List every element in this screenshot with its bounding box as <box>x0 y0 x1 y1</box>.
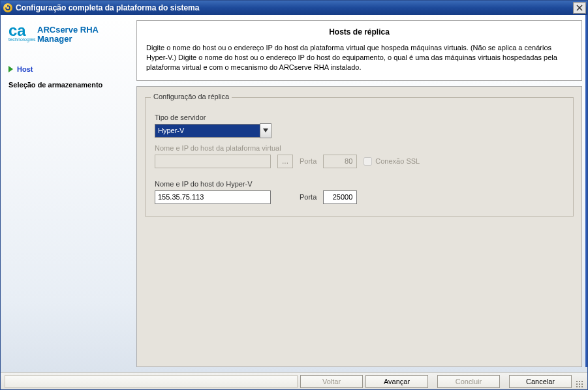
titlebar[interactable]: Configuração completa da plataforma do s… <box>1 1 587 15</box>
server-type-label: Tipo de servidor <box>155 113 564 121</box>
sidebar-item-storage[interactable]: Seleção de armazenamento <box>8 79 130 91</box>
right-edge <box>585 15 587 367</box>
replica-config-fieldset: Configuração da réplica Tipo de servidor… <box>145 97 574 217</box>
cancel-button[interactable]: Cancelar <box>509 375 572 388</box>
server-type-select[interactable]: Hyper-V <box>155 124 271 138</box>
vp-host-browse-button: ... <box>277 155 293 168</box>
vp-port-label: Porta <box>300 157 317 165</box>
brand-line1: ARCserve RHA <box>37 25 99 35</box>
hv-port-label: Porta <box>300 193 317 201</box>
ssl-checkbox-label: Conexão SSL <box>375 157 420 165</box>
body-area: ca technologies ARCserve RHA Manager Hos… <box>1 15 587 372</box>
sidebar-item-host[interactable]: Host <box>8 63 130 75</box>
fieldset-legend: Configuração da réplica <box>151 93 232 100</box>
server-type-value: Hyper-V <box>155 124 271 138</box>
ssl-checkbox-wrap: Conexão SSL <box>364 157 420 166</box>
close-icon <box>576 5 583 11</box>
ca-logo-icon: ca technologies <box>8 24 33 45</box>
wizard-footer: Voltar Avançar Concluir Cancelar <box>1 372 587 389</box>
vp-port-input <box>323 155 357 168</box>
chevron-down-icon[interactable] <box>260 123 271 138</box>
footer-spacer <box>5 375 298 388</box>
header-box: Hosts de réplica Digite o nome do host o… <box>136 20 582 81</box>
window-title: Configuração completa da plataforma do s… <box>16 3 573 12</box>
page-description: Digite o nome do host ou o endereço IP d… <box>146 43 572 72</box>
hv-host-input[interactable] <box>155 190 271 204</box>
vp-host-label: Nome e IP do host da plataforma virtual <box>155 144 564 152</box>
finish-button: Concluir <box>437 375 500 388</box>
resize-grip-icon[interactable] <box>574 375 583 388</box>
next-button[interactable]: Avançar <box>365 375 428 388</box>
page-title: Hosts de réplica <box>146 27 572 37</box>
ssl-checkbox <box>364 157 372 166</box>
form-area: Configuração da réplica Tipo de servidor… <box>136 86 582 367</box>
sidebar-item-label: Seleção de armazenamento <box>8 81 102 89</box>
sidebar: ca technologies ARCserve RHA Manager Hos… <box>1 15 136 372</box>
hv-host-label: Nome e IP do host do Hyper-V <box>155 180 564 188</box>
wizard-window: Configuração completa da plataforma do s… <box>0 0 588 390</box>
chevron-right-icon <box>8 66 13 72</box>
logo: ca technologies ARCserve RHA Manager <box>8 24 130 45</box>
back-button: Voltar <box>300 375 363 388</box>
sidebar-item-label: Host <box>17 65 33 73</box>
brand-line2: Manager <box>37 35 99 44</box>
vp-host-input <box>155 155 271 168</box>
app-icon <box>3 3 12 12</box>
hv-port-input[interactable] <box>323 190 357 204</box>
main-panel: Hosts de réplica Digite o nome do host o… <box>136 15 587 372</box>
close-button[interactable] <box>573 2 586 14</box>
